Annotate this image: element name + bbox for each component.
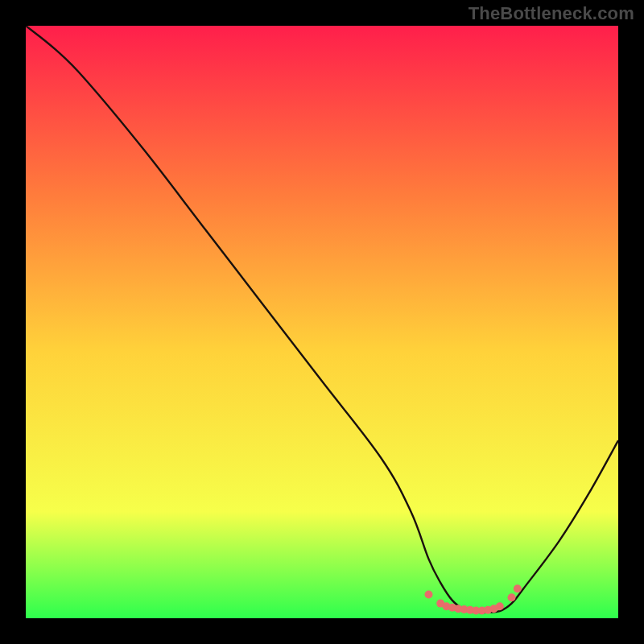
chart-svg [26, 26, 618, 618]
valley-dot [514, 584, 522, 592]
watermark-label: TheBottleneck.com [469, 3, 634, 24]
valley-dot [496, 602, 504, 610]
chart-frame: TheBottleneck.com [0, 0, 644, 644]
valley-dot [508, 593, 516, 601]
plot-area [26, 26, 618, 618]
valley-dot [424, 591, 432, 599]
